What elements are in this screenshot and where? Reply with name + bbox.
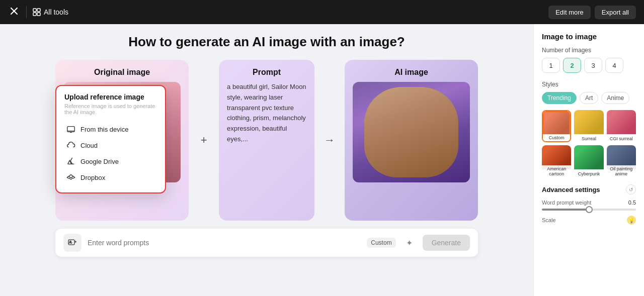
ai-image-card: AI image [345, 60, 478, 221]
scale-section: Scale 💡 [542, 216, 636, 225]
svg-rect-2 [33, 13, 36, 16]
style-cgi-img [607, 110, 636, 134]
svg-rect-3 [37, 13, 40, 16]
num-pill-3[interactable]: 3 [584, 58, 602, 73]
num-pill-2[interactable]: 2 [563, 58, 581, 73]
image-add-icon[interactable] [63, 234, 82, 252]
style-cyberpunk-img [574, 145, 603, 169]
edit-more-button[interactable]: Edit more [548, 6, 591, 19]
style-american[interactable]: American cartoon [542, 145, 571, 177]
style-custom-img [543, 111, 570, 135]
prompt-title: Prompt [227, 68, 306, 77]
style-tabs: Trending Art Anime [542, 92, 636, 104]
page-title: How to generate an AI image with an imag… [128, 34, 405, 50]
right-panel: Image to image Number of images 1 2 3 4 … [533, 24, 644, 296]
upload-device-label: From this device [80, 126, 128, 133]
advanced-section: Advanced settings ↺ [542, 184, 636, 194]
upload-googledrive[interactable]: Google Drive [64, 153, 157, 169]
num-images-label: Number of images [542, 47, 636, 54]
prompt-card: Prompt a beautiful girl, Sailor Moon sty… [219, 60, 314, 221]
plus-icon: + [201, 134, 207, 147]
export-all-button[interactable]: Export all [595, 6, 636, 19]
logo-icon [8, 5, 20, 20]
style-tab-trending[interactable]: Trending [542, 92, 577, 104]
upload-cloud[interactable]: Cloud [64, 137, 157, 153]
num-pill-1[interactable]: 1 [542, 58, 560, 73]
style-surreal-img [574, 110, 603, 134]
style-surreal-label: Surreal [574, 135, 603, 142]
main-container: How to generate an AI image with an imag… [0, 24, 644, 296]
number-pills: 1 2 3 4 [542, 58, 636, 73]
style-custom-label: Custom [543, 134, 570, 141]
custom-badge: Custom [367, 238, 395, 248]
style-grid: Custom Surreal CGI surreal American cart… [542, 110, 636, 177]
ai-image-title: AI image [353, 68, 470, 77]
svg-rect-1 [37, 9, 40, 12]
upload-dropbox-label: Dropbox [80, 174, 105, 181]
scale-info-icon[interactable]: 💡 [627, 216, 636, 225]
word-weight-label: Word prompt weight [542, 200, 591, 206]
arrow-connector: → [314, 134, 345, 147]
arrow-icon: → [324, 134, 335, 147]
style-tab-anime[interactable]: Anime [601, 92, 629, 104]
slider-thumb[interactable] [586, 206, 593, 213]
plus-connector: + [189, 134, 219, 147]
magic-wand-icon[interactable]: ✦ [402, 238, 417, 248]
style-american-label: American cartoon [542, 165, 571, 177]
advanced-title: Advanced settings [542, 186, 600, 193]
topbar-divider [26, 6, 27, 18]
svg-rect-0 [33, 9, 36, 12]
style-oil-label: Oil painting anime [607, 165, 636, 177]
advanced-toggle-button[interactable]: ↺ [626, 184, 636, 194]
word-prompt-input[interactable] [88, 239, 361, 247]
style-surreal[interactable]: Surreal [574, 110, 603, 142]
upload-cloud-label: Cloud [80, 142, 98, 149]
topbar: All tools Edit more Export all [0, 0, 644, 24]
upload-dropdown-title: Upload reference image [64, 93, 157, 101]
slider-label-row: Word prompt weight 0.5 [542, 200, 636, 206]
generate-button[interactable]: Generate [423, 235, 470, 251]
prompt-text: a beautiful girl, Sailor Moon style, wea… [227, 82, 306, 145]
style-cyberpunk[interactable]: Cyberpunk [574, 145, 603, 177]
word-weight-value: 0.5 [628, 200, 636, 206]
style-oilpainting[interactable]: Oil painting anime [607, 145, 636, 177]
upload-dropdown: Upload reference image Reference image i… [55, 85, 166, 193]
diagram-area: Original image Upload reference image Re… [55, 60, 478, 221]
upload-drive-label: Google Drive [80, 158, 119, 165]
topbar-right: Edit more Export all [548, 6, 636, 19]
scale-label: Scale [542, 217, 556, 223]
styles-label: Styles [542, 81, 636, 88]
ai-image-area [353, 82, 470, 182]
style-tab-art[interactable]: Art [580, 92, 598, 104]
ai-face-image [353, 82, 470, 182]
center-content: How to generate an AI image with an imag… [0, 24, 533, 296]
num-pill-4[interactable]: 4 [605, 58, 623, 73]
word-weight-slider[interactable] [542, 209, 636, 211]
word-weight-section: Word prompt weight 0.5 [542, 200, 636, 211]
style-custom[interactable]: Custom [542, 110, 571, 142]
style-cgi[interactable]: CGI surreal [607, 110, 636, 142]
upload-dropdown-subtitle: Reference image is used to generate the … [64, 103, 157, 115]
original-image-card: Original image Upload reference image Re… [55, 60, 189, 221]
topbar-left: All tools [8, 5, 68, 20]
all-tools-nav[interactable]: All tools [33, 8, 68, 16]
slider-fill [542, 209, 589, 211]
panel-title: Image to image [542, 32, 636, 41]
original-image-title: Original image [63, 68, 181, 77]
upload-from-device[interactable]: From this device [64, 121, 157, 137]
style-cyberpunk-label: Cyberpunk [574, 170, 603, 177]
upload-dropbox[interactable]: Dropbox [64, 169, 157, 185]
bottom-bar: Custom ✦ Generate [55, 229, 478, 257]
style-cgi-label: CGI surreal [607, 135, 636, 142]
